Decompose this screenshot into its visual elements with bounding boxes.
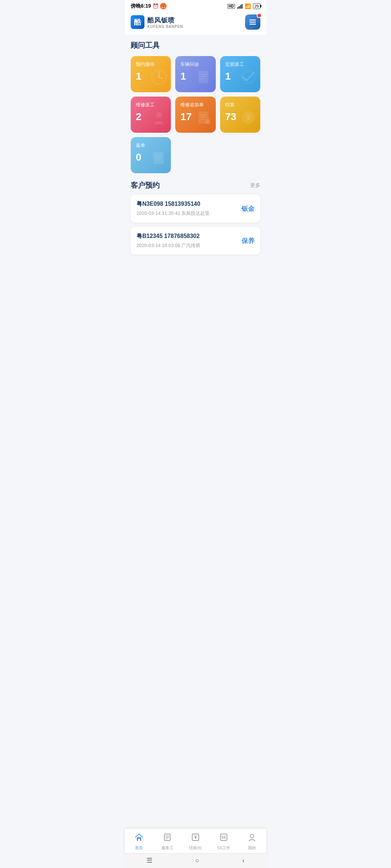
svg-rect-2: [249, 20, 256, 21]
tool-section-title: 顾问工具: [131, 41, 260, 50]
tool-label-3: 维修派工: [136, 102, 166, 108]
tool-card-fandan[interactable]: 返单 0: [131, 137, 171, 173]
notification-icon: 🦊: [160, 3, 167, 9]
tool-card-zhuijia[interactable]: 维修追加单 17 +: [175, 97, 215, 133]
appointment-card-1[interactable]: 粤B12345 17876858302 2020-03-14 18:03:08 …: [131, 227, 260, 255]
tool-label-6: 返单: [136, 142, 166, 149]
alarm-icon: ⏰: [152, 3, 159, 9]
tool-count-1: 1: [180, 71, 210, 82]
signal-icon: [237, 4, 243, 9]
tool-count-0: 1: [136, 71, 166, 82]
logo-en-text: KUFENG BANPEN: [147, 25, 183, 29]
appt-detail-1: 2020-03-14 18:03:08 广汽传祺: [136, 242, 237, 249]
appointment-section-title: 客户预约: [131, 180, 160, 190]
svg-text:酷: 酷: [134, 18, 142, 26]
logo-svg: 酷: [131, 15, 144, 29]
status-right: HD 📶 29: [227, 3, 260, 9]
tool-label-4: 维修追加单: [180, 102, 210, 108]
logo-text: 酷风钣喷 KUFENG BANPEN: [147, 16, 183, 29]
tool-card-dingsun[interactable]: 定损派工 1: [220, 56, 260, 92]
tool-card-jiesuan[interactable]: 结算 73 ¥: [220, 97, 260, 133]
status-bar: 傍晚6:19 ⏰ 🦊 HD 📶 29: [125, 0, 266, 11]
appt-type-1: 保养: [241, 237, 255, 245]
header-right: [245, 14, 260, 30]
appt-plate-phone-0: 粤N3E098 15813935140: [136, 200, 237, 208]
appt-left-1: 粤B12345 17876858302 2020-03-14 18:03:08 …: [136, 233, 237, 249]
appointment-card-0[interactable]: 粤N3E098 15813935140 2020-03-14 11:35:42 …: [131, 195, 260, 222]
tool-card-wenzhen[interactable]: 车辆问诊 1: [175, 56, 215, 92]
tool-grid: 预约接待 1 车辆问诊 1: [131, 56, 260, 173]
tool-count-6: 0: [136, 152, 166, 163]
status-left: 傍晚6:19 ⏰ 🦊: [131, 3, 167, 9]
app-header: 酷 酷风钣喷 KUFENG BANPEN: [125, 11, 266, 35]
tool-label-1: 车辆问诊: [180, 61, 210, 68]
hd-badge: HD: [227, 4, 235, 9]
tool-card-weixiu[interactable]: 维修派工 2: [131, 97, 171, 133]
appt-type-0: 钣金: [241, 204, 255, 213]
tool-count-5: 73: [225, 111, 255, 123]
menu-icon: [248, 18, 257, 26]
tool-count-2: 1: [225, 71, 255, 82]
notification-dot: [257, 13, 262, 18]
main-content: 顾问工具 预约接待 1 车辆问诊 1: [125, 35, 266, 265]
battery-indicator: 29: [253, 3, 260, 9]
appt-plate-phone-1: 粤B12345 17876858302: [136, 233, 237, 240]
appt-detail-0: 2020-03-14 11:35:42 东风悦达起亚: [136, 210, 237, 217]
app-logo: 酷: [131, 15, 144, 29]
logo-cn-text: 酷风钣喷: [147, 16, 183, 25]
more-link[interactable]: 更多: [250, 182, 260, 189]
svg-rect-3: [249, 22, 256, 23]
status-time: 傍晚6:19: [131, 3, 151, 9]
svg-rect-4: [249, 24, 256, 25]
tool-count-3: 2: [136, 111, 166, 123]
logo-area: 酷 酷风钣喷 KUFENG BANPEN: [131, 15, 183, 29]
battery-level: 29: [255, 4, 259, 8]
tool-card-yuyue[interactable]: 预约接待 1: [131, 56, 171, 92]
appt-left-0: 粤N3E098 15813935140 2020-03-14 11:35:42 …: [136, 200, 237, 217]
tool-label-2: 定损派工: [225, 61, 255, 68]
tool-count-4: 17: [180, 111, 210, 123]
wifi-icon: 📶: [245, 3, 251, 9]
tool-label-5: 结算: [225, 102, 255, 108]
appointment-section-header: 客户预约 更多: [131, 180, 260, 190]
tool-label-0: 预约接待: [136, 61, 166, 68]
